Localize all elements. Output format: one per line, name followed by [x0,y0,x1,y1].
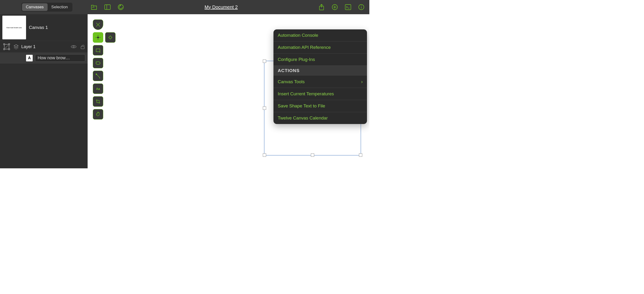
toolbar-mid [91,4,124,11]
text-badge: A [26,55,33,61]
document-title[interactable]: My Document 2 [124,5,318,10]
svg-point-10 [361,6,362,6]
svg-point-17 [73,46,74,47]
lock-icon[interactable] [80,44,85,49]
chevron-right-icon: › [361,79,363,84]
svg-rect-0 [105,5,110,10]
undo-icon[interactable] [118,4,124,11]
shape-item-label: How now brow… [35,54,85,62]
svg-rect-21 [96,49,100,52]
tool-selection[interactable] [93,20,103,30]
svg-rect-15 [4,49,5,50]
resize-handle-se[interactable] [359,154,362,157]
resize-handle-w[interactable] [263,106,266,110]
sidebar-toggle-icon[interactable] [104,4,111,11]
tool-column: Aa [93,20,116,119]
tool-diamond[interactable] [105,32,116,43]
tab-canvases[interactable]: Canvases [22,3,48,11]
tool-point-center[interactable] [93,32,103,43]
documents-icon[interactable] [91,4,98,11]
canvas-thumb-text: How now brown cow. [6,27,22,29]
svg-rect-13 [4,44,5,45]
menu-automation-console[interactable]: Automation Console [274,29,367,42]
tab-selection[interactable]: Selection [48,3,72,11]
canvas-row[interactable]: How now brown cow. Canvas 1 [0,16,88,41]
tool-ellipse[interactable] [93,58,103,68]
layer-row[interactable]: Layer 1 [0,41,88,52]
automation-popover: Automation Console Automation API Refere… [274,29,367,124]
menu-save-shape-text[interactable]: Save Shape Text to File [274,100,367,112]
resize-handle-sw[interactable] [263,154,266,157]
svg-rect-16 [8,49,10,50]
tool-crop[interactable] [93,96,103,107]
toolbar-left: Canvases Selection [3,3,88,12]
menu-configure-plugins[interactable]: Configure Plug-Ins [274,54,367,66]
visibility-icon[interactable] [70,44,77,49]
console-icon[interactable] [345,4,351,11]
canvas-area[interactable]: Aa How now brown cow. [88,14,369,168]
toolbar: Canvases Selection [0,0,369,14]
menu-section-actions: ACTIONS [274,66,367,76]
menu-automation-api-reference[interactable]: Automation API Reference [274,42,367,54]
svg-rect-7 [345,5,351,10]
resize-handle-nw[interactable] [263,60,266,63]
tool-rectangle[interactable] [93,45,103,56]
toolbar-right [318,4,366,11]
canvas-label: Canvas 1 [29,25,48,30]
share-icon[interactable] [318,4,325,11]
layer-shape-icon [2,42,11,51]
svg-rect-18 [81,47,84,49]
menu-insert-temperatures[interactable]: Insert Current Temperatures [274,88,367,100]
svg-point-22 [96,62,100,65]
layer-label: Layer 1 [21,44,68,49]
menu-twelve-canvas-calendar[interactable]: Twelve Canvas Calendar [274,112,367,124]
sidebar-tab-switcher: Canvases Selection [21,3,72,12]
menu-canvas-tools[interactable]: Canvas Tools › [274,76,367,88]
add-icon[interactable] [332,4,338,11]
resize-handle-s[interactable] [311,154,314,157]
shape-item-row[interactable]: A How now brow… [0,52,88,64]
tool-line[interactable] [93,71,103,81]
svg-rect-14 [8,44,10,45]
svg-rect-20 [109,36,112,39]
svg-point-19 [97,37,99,38]
layers-stack-icon [13,42,19,51]
tool-text[interactable]: Aa [93,83,103,94]
sidebar: How now brown cow. Canvas 1 [0,14,88,168]
svg-point-23 [96,74,97,75]
canvas-thumbnail: How now brown cow. [2,16,26,39]
info-icon[interactable] [358,4,364,11]
tool-hand[interactable] [93,109,103,119]
